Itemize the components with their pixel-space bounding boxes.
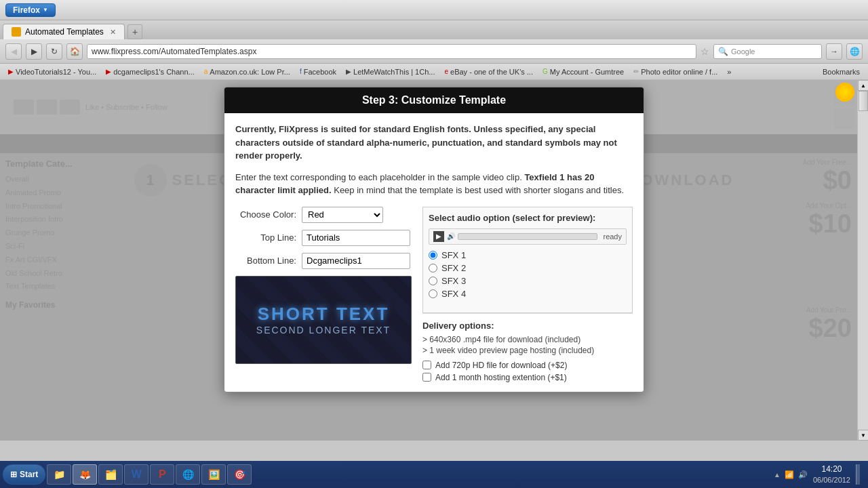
top-line-row: Top Line: [235, 230, 412, 246]
sfx4-radio[interactable] [429, 289, 437, 298]
nav-bar: ◀ ▶ ↻ 🏠 www.flixpress.com/AutomatedTempl… [0, 39, 868, 64]
bookmark-icon-3: a [204, 68, 208, 75]
speaker-icon: 🔊 [447, 232, 455, 240]
tab-close-button[interactable]: ✕ [110, 28, 116, 37]
taskbar-files-button[interactable]: 📁 [47, 464, 71, 485]
firefox-taskbar-icon: 🦊 [77, 467, 92, 482]
delivery-section: Delivery options: > 640x360 .mp4 file fo… [422, 313, 633, 382]
bookmarks-label[interactable]: Bookmarks [818, 67, 864, 77]
audio-progress-bar[interactable] [458, 233, 597, 240]
new-tab-button[interactable]: + [127, 24, 142, 39]
delivery-hosting-label: Add 1 month hosting extention (+$1) [435, 373, 567, 382]
time-display: 14:20 06/06/2012 [813, 464, 850, 485]
modal-info-text: Enter the text corresponding to each pla… [235, 171, 633, 197]
taskbar-explorer-button[interactable]: 🗂️ [98, 464, 123, 485]
audio-outer-box: Select audio option (select for preview)… [422, 207, 633, 313]
back-button[interactable]: ◀ [5, 43, 22, 60]
delivery-hosting-option[interactable]: Add 1 month hosting extention (+$1) [422, 373, 633, 382]
bookmark-icon-6: e [444, 68, 448, 75]
modal-overlay: Step 3: Customize Template Currently, Fl… [0, 80, 868, 441]
taskbar-chrome-button[interactable]: 🌐 [176, 464, 200, 485]
preview-text-2: SECOND LONGER TEXT [256, 325, 391, 336]
address-bar[interactable]: www.flixpress.com/AutomatedTemplates.asp… [87, 44, 696, 59]
bookmark-item[interactable]: aAmazon.co.uk: Low Pr... [200, 67, 294, 77]
google-search-icon: 🔍 [718, 47, 728, 56]
scroll-track[interactable] [858, 91, 868, 430]
show-desktop-button[interactable] [856, 464, 860, 485]
delivery-720p-option[interactable]: Add 720p HD file for download (+$2) [422, 361, 633, 370]
sfx2-radio[interactable] [429, 264, 437, 272]
form-section: Choose Color: Red Blue Green Black White [235, 207, 633, 382]
top-line-label: Top Line: [235, 232, 296, 243]
globe-icon[interactable]: 🌐 [846, 43, 863, 60]
bookmark-icon-5: ▶ [346, 68, 351, 75]
sfx-options: SFX 1 SFX 2 SFX 3 [429, 250, 627, 299]
top-line-input[interactable] [302, 230, 410, 246]
more-bookmarks-button[interactable]: » [723, 67, 735, 77]
explorer-icon: 🗂️ [103, 467, 118, 482]
sfx3-option[interactable]: SFX 3 [429, 276, 627, 286]
delivery-720p-checkbox[interactable] [422, 361, 431, 369]
search-submit-button[interactable]: → [826, 43, 842, 60]
firefox-button[interactable]: Firefox ▼ [5, 3, 56, 17]
play-button[interactable]: ▶ [433, 231, 444, 242]
scroll-thumb[interactable] [859, 91, 868, 111]
bookmark-item[interactable]: ✏Photo editor online / f... [629, 67, 722, 77]
bookmark-item[interactable]: GMy Account - Gumtree [538, 67, 628, 77]
active-tab[interactable]: Automated Templates ✕ [3, 24, 125, 39]
scroll-down-button[interactable]: ▼ [858, 430, 868, 441]
sfx1-option[interactable]: SFX 1 [429, 250, 627, 260]
tab-bar: Automated Templates ✕ + [0, 20, 868, 39]
taskbar-powerpoint-button[interactable]: P [150, 464, 174, 485]
sfx4-label: SFX 4 [441, 289, 466, 299]
delivery-options: Add 720p HD file for download (+$2) Add … [422, 361, 633, 382]
audio-section-label: Select audio option (select for preview)… [429, 213, 627, 223]
bookmark-item[interactable]: ▶dcgameclips1's Chann... [102, 67, 199, 77]
start-button[interactable]: ⊞ Start [3, 464, 45, 485]
sfx1-label: SFX 1 [441, 250, 466, 260]
firefox-label: Firefox [13, 5, 40, 15]
taskbar-firefox-button[interactable]: 🦊 [73, 464, 97, 485]
taskbar-right: ▲ 📶 🔊 14:20 06/06/2012 [768, 464, 865, 485]
sfx2-option[interactable]: SFX 2 [429, 263, 627, 273]
paint-icon: 🖼️ [206, 467, 221, 482]
bookmarks-bar: ▶VideoTutorials12 - You... ▶dcgameclips1… [0, 64, 868, 80]
taskbar-word-button[interactable]: W [124, 464, 149, 485]
delivery-720p-label: Add 720p HD file for download (+$2) [435, 361, 567, 370]
customize-modal: Step 3: Customize Template Currently, Fl… [224, 87, 644, 392]
scroll-up-button[interactable]: ▲ [858, 80, 868, 91]
clock-time: 14:20 [813, 464, 850, 475]
color-select[interactable]: Red Blue Green Black White [302, 207, 383, 223]
bookmark-item[interactable]: ▶LetMeWatchThis | 1Ch... [342, 67, 439, 77]
bookmark-icon-2: ▶ [106, 68, 111, 75]
url-text: www.flixpress.com/AutomatedTemplates.asp… [92, 47, 256, 56]
audio-section: Select audio option (select for preview)… [422, 207, 633, 382]
taskbar-paint-button[interactable]: 🖼️ [201, 464, 226, 485]
powerpoint-icon: P [155, 467, 170, 482]
form-left: Choose Color: Red Blue Green Black White [235, 207, 412, 382]
bookmark-item[interactable]: eeBay - one of the UK's ... [440, 67, 537, 77]
bottom-line-label: Bottom Line: [235, 256, 296, 266]
sfx4-option[interactable]: SFX 4 [429, 289, 627, 299]
bookmark-star-icon[interactable]: ☆ [701, 46, 709, 57]
refresh-button[interactable]: ↻ [46, 43, 62, 60]
bookmark-item[interactable]: fFacebook [296, 67, 340, 77]
sfx1-radio[interactable] [429, 251, 437, 260]
tray-arrow-icon[interactable]: ▲ [774, 471, 781, 479]
search-bar[interactable]: 🔍 Google [713, 44, 822, 59]
bottom-line-row: Bottom Line: [235, 253, 412, 269]
forward-button[interactable]: ▶ [26, 43, 42, 60]
sfx2-label: SFX 2 [441, 263, 466, 273]
bookmark-item[interactable]: ▶VideoTutorials12 - You... [4, 67, 100, 77]
sfx3-radio[interactable] [429, 277, 437, 285]
delivery-title: Delivery options: [422, 321, 633, 331]
video-preview: SHORT TEXT SECOND LONGER TEXT [235, 276, 412, 364]
bottom-line-input[interactable] [302, 253, 410, 269]
scrollbar[interactable]: ▲ ▼ [857, 80, 868, 441]
delivery-included-1: > 640x360 .mp4 file for download (includ… [422, 335, 633, 344]
browser-titlebar: Firefox ▼ [0, 0, 868, 20]
home-button[interactable]: 🏠 [66, 43, 83, 60]
taskbar-extra-button[interactable]: 🎯 [227, 464, 252, 485]
chrome-icon: 🌐 [180, 467, 195, 482]
delivery-hosting-checkbox[interactable] [422, 373, 431, 382]
